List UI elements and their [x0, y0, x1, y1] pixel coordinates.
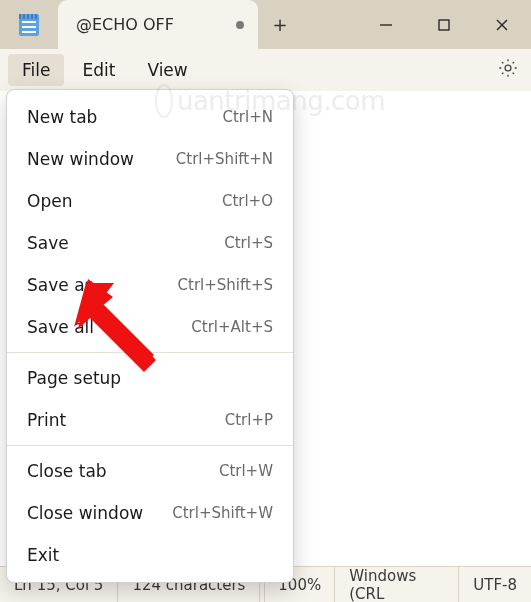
menu-close-window[interactable]: Close window Ctrl+Shift+W: [7, 492, 293, 534]
titlebar: @ECHO OFF +: [0, 0, 531, 49]
menu-item-shortcut: Ctrl+Alt+S: [191, 318, 273, 336]
app-icon-area: [0, 0, 58, 49]
menu-item-shortcut: Ctrl+N: [223, 108, 273, 126]
settings-button[interactable]: [493, 53, 523, 87]
tab-active[interactable]: @ECHO OFF: [58, 0, 258, 49]
menu-item-label: New tab: [27, 107, 223, 127]
menu-file[interactable]: File: [8, 54, 64, 86]
close-button[interactable]: [473, 0, 531, 49]
menu-save-as[interactable]: Save as Ctrl+Shift+S: [7, 264, 293, 306]
menu-item-label: New window: [27, 149, 176, 169]
menu-save-all[interactable]: Save all Ctrl+Alt+S: [7, 306, 293, 348]
close-icon: [495, 18, 509, 32]
menu-item-label: Save all: [27, 317, 191, 337]
menu-separator: [7, 352, 293, 353]
menu-item-label: Save: [27, 233, 224, 253]
menu-edit[interactable]: Edit: [68, 54, 129, 86]
menu-close-tab[interactable]: Close tab Ctrl+W: [7, 450, 293, 492]
menu-open[interactable]: Open Ctrl+O: [7, 180, 293, 222]
menu-item-label: Save as: [27, 275, 178, 295]
menu-item-shortcut: Ctrl+W: [219, 462, 273, 480]
tab-dirty-indicator-icon: [236, 21, 244, 29]
menu-item-shortcut: Ctrl+Shift+W: [172, 504, 273, 522]
file-dropdown: New tab Ctrl+N New window Ctrl+Shift+N O…: [6, 89, 294, 583]
menu-item-label: Exit: [27, 545, 273, 565]
menu-item-label: Close tab: [27, 461, 219, 481]
svg-rect-1: [439, 20, 449, 30]
notepad-icon: [19, 14, 39, 36]
new-tab-button[interactable]: +: [258, 0, 302, 49]
menu-item-label: Open: [27, 191, 222, 211]
menu-new-window[interactable]: New window Ctrl+Shift+N: [7, 138, 293, 180]
status-line-ending[interactable]: Windows (CRL: [335, 567, 459, 602]
menu-page-setup[interactable]: Page setup: [7, 357, 293, 399]
minimize-icon: [379, 18, 393, 32]
svg-point-4: [505, 65, 511, 71]
plus-icon: +: [272, 14, 287, 35]
gear-icon: [497, 57, 519, 79]
menu-item-shortcut: Ctrl+P: [225, 411, 273, 429]
menu-item-label: Page setup: [27, 368, 273, 388]
maximize-button[interactable]: [415, 0, 473, 49]
minimize-button[interactable]: [357, 0, 415, 49]
menu-save[interactable]: Save Ctrl+S: [7, 222, 293, 264]
window-controls: [357, 0, 531, 49]
status-encoding[interactable]: UTF-8: [459, 567, 531, 602]
menu-item-shortcut: Ctrl+S: [224, 234, 273, 252]
tab-title: @ECHO OFF: [76, 15, 226, 34]
menu-new-tab[interactable]: New tab Ctrl+N: [7, 96, 293, 138]
menu-item-label: Print: [27, 410, 225, 430]
menubar: File Edit View: [0, 49, 531, 91]
menu-view[interactable]: View: [133, 54, 201, 86]
menu-item-shortcut: Ctrl+Shift+S: [178, 276, 273, 294]
menu-separator: [7, 445, 293, 446]
menu-print[interactable]: Print Ctrl+P: [7, 399, 293, 441]
menu-item-shortcut: Ctrl+Shift+N: [176, 150, 273, 168]
menu-exit[interactable]: Exit: [7, 534, 293, 576]
menu-item-label: Close window: [27, 503, 172, 523]
maximize-icon: [437, 18, 451, 32]
menu-item-shortcut: Ctrl+O: [222, 192, 273, 210]
